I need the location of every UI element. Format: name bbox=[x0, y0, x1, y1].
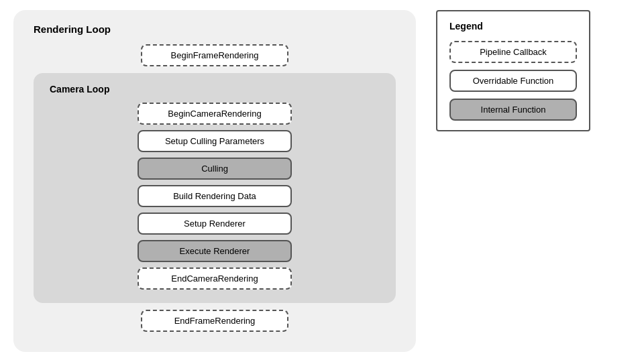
culling-box: Culling bbox=[138, 158, 292, 180]
end-frame-rendering-label: EndFrameRendering bbox=[174, 316, 256, 326]
execute-renderer-label: Execute Renderer bbox=[180, 246, 250, 256]
begincamerarendering-label: BeginCameraRendering bbox=[168, 109, 261, 119]
pipeline-callback-label: Pipeline Callback bbox=[480, 47, 547, 57]
main-container: Rendering Loop BeginFrameRendering Camer… bbox=[13, 10, 631, 352]
legend-items-container: Pipeline CallbackOverridable FunctionInt… bbox=[449, 41, 577, 121]
rendering-loop-title: Rendering Loop bbox=[34, 23, 111, 35]
endcamerarendering-box: EndCameraRendering bbox=[138, 267, 292, 290]
camera-loop-title: Camera Loop bbox=[50, 84, 109, 95]
end-frame-rendering-box: EndFrameRendering bbox=[141, 310, 288, 332]
setup-culling-parameters-label: Setup Culling Parameters bbox=[165, 136, 264, 146]
build-rendering-data-box: Build Rendering Data bbox=[138, 185, 292, 207]
setup-renderer-label: Setup Renderer bbox=[184, 219, 246, 229]
legend-item-overridable: Overridable Function bbox=[449, 70, 577, 92]
camera-items-container: BeginCameraRenderingSetup Culling Parame… bbox=[50, 103, 380, 290]
begin-frame-rendering-label: BeginFrameRendering bbox=[171, 50, 259, 60]
begin-frame-rendering-box: BeginFrameRendering bbox=[141, 44, 288, 66]
camera-loop-box: Camera Loop BeginCameraRenderingSetup Cu… bbox=[34, 73, 396, 303]
build-rendering-data-label: Build Rendering Data bbox=[173, 191, 256, 201]
begincamerarendering-box: BeginCameraRendering bbox=[138, 103, 292, 125]
legend-item-internal: Internal Function bbox=[449, 99, 577, 121]
overridable-function-label: Overridable Function bbox=[473, 76, 554, 86]
culling-label: Culling bbox=[201, 164, 228, 174]
legend-box: Legend Pipeline CallbackOverridable Func… bbox=[436, 10, 590, 131]
execute-renderer-box: Execute Renderer bbox=[138, 240, 292, 262]
legend-item-pipeline: Pipeline Callback bbox=[449, 41, 577, 63]
internal-function-box: Internal Function bbox=[449, 99, 577, 121]
overridable-function-box: Overridable Function bbox=[449, 70, 577, 92]
endcamerarendering-label: EndCameraRendering bbox=[171, 274, 258, 284]
setup-renderer-box: Setup Renderer bbox=[138, 213, 292, 235]
rendering-loop-box: Rendering Loop BeginFrameRendering Camer… bbox=[13, 10, 416, 352]
setup-culling-parameters-box: Setup Culling Parameters bbox=[138, 130, 292, 152]
legend-title: Legend bbox=[449, 21, 577, 32]
internal-function-label: Internal Function bbox=[481, 105, 546, 115]
pipeline-callback-box: Pipeline Callback bbox=[449, 41, 577, 63]
